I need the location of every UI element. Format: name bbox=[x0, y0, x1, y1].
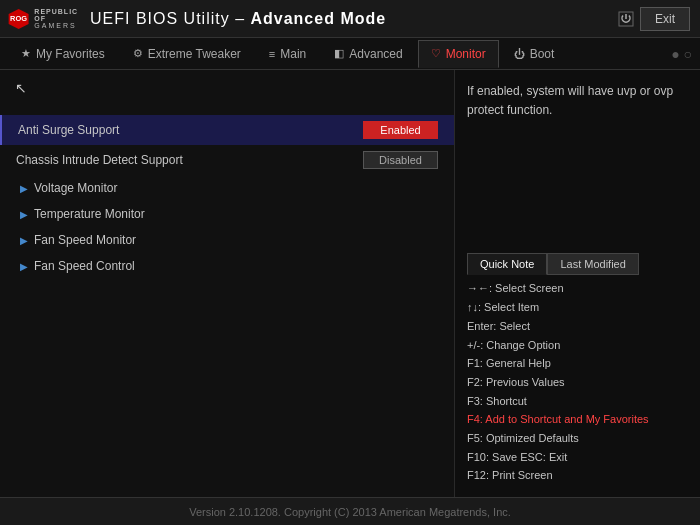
tab-main[interactable]: ≡ Main bbox=[256, 40, 319, 68]
shortcut-item: F2: Previous Values bbox=[467, 373, 688, 392]
voltage-arrow-icon: ▶ bbox=[20, 183, 28, 194]
menu-item-anti-surge[interactable]: Anti Surge Support Enabled bbox=[0, 115, 454, 145]
temperature-label: Temperature Monitor bbox=[34, 207, 145, 221]
shortcut-item: F4: Add to Shortcut and My Favorites bbox=[467, 410, 688, 429]
tab-boot-label: Boot bbox=[530, 47, 555, 61]
power-icon bbox=[618, 11, 634, 27]
republic-text: REPUBLIC OF bbox=[34, 8, 83, 22]
shortcut-item: ↑↓: Select Item bbox=[467, 298, 688, 317]
header-left: ROG REPUBLIC OF GAMERS UEFI BIOS Utility… bbox=[10, 5, 386, 33]
monitor-icon: ♡ bbox=[431, 47, 441, 60]
menu-item-temperature[interactable]: ▶ Temperature Monitor bbox=[0, 201, 454, 227]
shortcut-list: →←: Select Screen↑↓: Select ItemEnter: S… bbox=[467, 279, 688, 485]
anti-surge-value: Enabled bbox=[363, 121, 438, 139]
menu-item-chassis[interactable]: Chassis Intrude Detect Support Disabled bbox=[0, 145, 454, 175]
shortcut-item: F12: Print Screen bbox=[467, 466, 688, 485]
title-mode: Advanced Mode bbox=[250, 10, 386, 27]
tab-extreme[interactable]: ⚙ Extreme Tweaker bbox=[120, 40, 254, 68]
nav-tabs: ★ My Favorites ⚙ Extreme Tweaker ≡ Main … bbox=[0, 38, 700, 70]
tab-main-label: Main bbox=[280, 47, 306, 61]
tab-monitor[interactable]: ♡ Monitor bbox=[418, 40, 499, 68]
tab-advanced[interactable]: ◧ Advanced bbox=[321, 40, 415, 68]
menu-item-fan-control[interactable]: ▶ Fan Speed Control bbox=[0, 253, 454, 279]
fan-speed-arrow-icon: ▶ bbox=[20, 235, 28, 246]
footer: Version 2.10.1208. Copyright (C) 2013 Am… bbox=[0, 497, 700, 525]
help-text: If enabled, system will have uvp or ovp … bbox=[467, 82, 688, 253]
tab-extreme-label: Extreme Tweaker bbox=[148, 47, 241, 61]
header: ROG REPUBLIC OF GAMERS UEFI BIOS Utility… bbox=[0, 0, 700, 38]
cursor-icon: ↖ bbox=[15, 80, 27, 96]
quick-note-tabs: Quick Note Last Modified bbox=[467, 253, 688, 275]
shortcut-item: F10: Save ESC: Exit bbox=[467, 448, 688, 467]
header-right: Exit bbox=[618, 7, 690, 31]
tab-boot[interactable]: ⏻ Boot bbox=[501, 40, 568, 68]
temperature-arrow-icon: ▶ bbox=[20, 209, 28, 220]
svg-text:ROG: ROG bbox=[10, 14, 27, 23]
fan-control-label: Fan Speed Control bbox=[34, 259, 135, 273]
tab-advanced-label: Advanced bbox=[349, 47, 402, 61]
shortcut-item: F3: Shortcut bbox=[467, 392, 688, 411]
right-panel: If enabled, system will have uvp or ovp … bbox=[455, 70, 700, 497]
main-content: ↖ Anti Surge Support Enabled Chassis Int… bbox=[0, 70, 700, 497]
menu-item-fan-speed[interactable]: ▶ Fan Speed Monitor bbox=[0, 227, 454, 253]
left-panel: ↖ Anti Surge Support Enabled Chassis Int… bbox=[0, 70, 455, 497]
chassis-value: Disabled bbox=[363, 151, 438, 169]
last-modified-tab[interactable]: Last Modified bbox=[547, 253, 638, 275]
menu-item-voltage[interactable]: ▶ Voltage Monitor bbox=[0, 175, 454, 201]
quick-note-area: Quick Note Last Modified →←: Select Scre… bbox=[467, 253, 688, 485]
exit-button[interactable]: Exit bbox=[640, 7, 690, 31]
shortcut-item: →←: Select Screen bbox=[467, 279, 688, 298]
shortcut-item: Enter: Select bbox=[467, 317, 688, 336]
tab-favorites[interactable]: ★ My Favorites bbox=[8, 40, 118, 68]
shortcut-item: F1: General Help bbox=[467, 354, 688, 373]
anti-surge-label: Anti Surge Support bbox=[18, 123, 119, 137]
extreme-icon: ⚙ bbox=[133, 47, 143, 60]
boot-icon: ⏻ bbox=[514, 48, 525, 60]
tab-monitor-label: Monitor bbox=[446, 47, 486, 61]
voltage-label: Voltage Monitor bbox=[34, 181, 117, 195]
rog-emblem-icon: ROG bbox=[7, 5, 30, 33]
nav-dots: ● ○ bbox=[671, 46, 692, 62]
fan-speed-label: Fan Speed Monitor bbox=[34, 233, 136, 247]
shortcut-item: F5: Optimized Defaults bbox=[467, 429, 688, 448]
chassis-label: Chassis Intrude Detect Support bbox=[16, 153, 183, 167]
main-icon: ≡ bbox=[269, 48, 275, 60]
title-prefix: UEFI BIOS Utility – bbox=[90, 10, 250, 27]
fan-control-arrow-icon: ▶ bbox=[20, 261, 28, 272]
shortcut-item: +/-: Change Option bbox=[467, 336, 688, 355]
quick-note-tab[interactable]: Quick Note bbox=[467, 253, 547, 275]
tab-favorites-label: My Favorites bbox=[36, 47, 105, 61]
advanced-icon: ◧ bbox=[334, 47, 344, 60]
gamers-text: GAMERS bbox=[34, 22, 83, 29]
rog-logo: ROG REPUBLIC OF GAMERS bbox=[10, 5, 80, 33]
footer-text: Version 2.10.1208. Copyright (C) 2013 Am… bbox=[189, 506, 511, 518]
header-title: UEFI BIOS Utility – Advanced Mode bbox=[90, 10, 386, 28]
favorites-icon: ★ bbox=[21, 47, 31, 60]
